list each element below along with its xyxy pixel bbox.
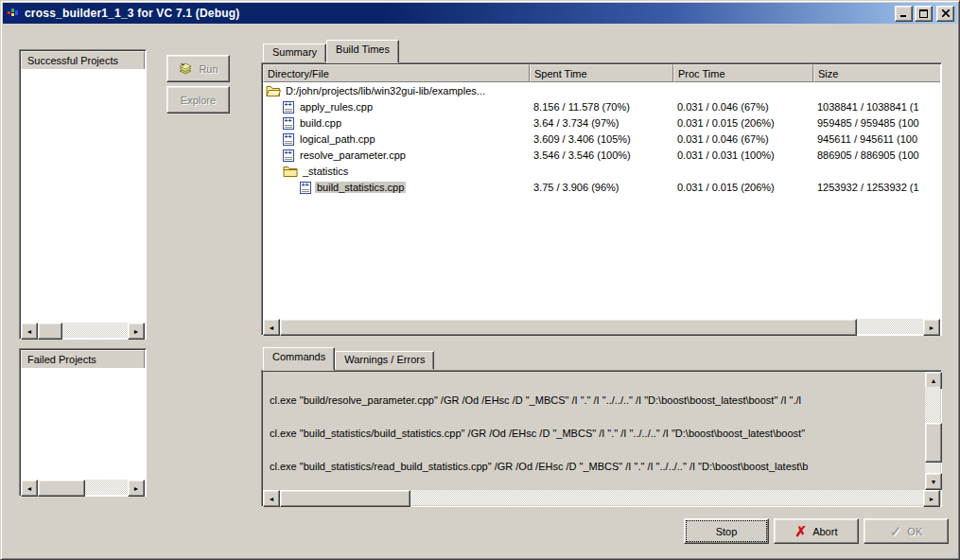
commands-hscrollbar: ◄ ► xyxy=(263,490,940,505)
failed-projects-label: Failed Projects xyxy=(27,354,96,365)
scroll-track[interactable] xyxy=(857,319,923,334)
minimize-button[interactable] xyxy=(895,6,913,22)
column-header-directory[interactable]: Directory/File xyxy=(263,64,530,82)
failed-projects-listbox: Failed Projects ◄ ► xyxy=(19,348,147,497)
ok-button-label: OK xyxy=(907,526,922,537)
row-label: build_statistics.cpp xyxy=(315,182,406,193)
app-icon xyxy=(6,6,21,21)
scroll-down-icon[interactable]: ▼ xyxy=(925,473,942,490)
cpp-file-icon: ++ xyxy=(283,116,295,130)
proc-time-cell: 0.031 / 0.046 (67%) xyxy=(673,101,813,113)
svg-text:++: ++ xyxy=(302,182,309,188)
successful-projects-list[interactable] xyxy=(21,69,145,322)
table-row[interactable]: D:/john/projects/lib/win32gui-lib/exampl… xyxy=(263,82,940,98)
scroll-thumb[interactable] xyxy=(38,480,85,497)
successful-projects-label: Successful Projects xyxy=(27,55,118,66)
spent-time-cell: 3.64 / 3.734 (97%) xyxy=(530,117,673,129)
scroll-track[interactable] xyxy=(62,323,128,338)
failed-projects-list[interactable] xyxy=(21,368,145,479)
explore-button-label: Explore xyxy=(181,95,216,106)
row-label: resolve_parameter.cpp xyxy=(298,149,408,161)
svg-text:++: ++ xyxy=(285,149,292,156)
folder-open-icon xyxy=(266,84,281,96)
table-hscrollbar: ◄ ► xyxy=(263,319,940,334)
tab-build-times[interactable]: Build Times xyxy=(326,40,399,63)
size-cell: 959485 / 959485 (100 xyxy=(813,117,940,129)
scroll-right-icon[interactable]: ► xyxy=(128,480,145,497)
column-header-size[interactable]: Size xyxy=(813,64,940,82)
build-times-panel: Directory/File Spent Time Proc Time Size… xyxy=(261,62,942,336)
ok-button[interactable]: ✓ OK xyxy=(864,518,949,544)
scroll-left-icon[interactable]: ◄ xyxy=(21,480,38,497)
abort-button[interactable]: ✗ Abort xyxy=(774,518,859,544)
scroll-track[interactable] xyxy=(410,490,923,505)
command-line: cl.exe "build_statistics/build_statistic… xyxy=(270,428,919,439)
build-tabs: Summary Build Times xyxy=(263,43,399,62)
table-row[interactable]: _statistics xyxy=(263,163,940,179)
proc-time-cell: 0.031 / 0.031 (100%) xyxy=(673,149,813,161)
cpp-file-icon: ++ xyxy=(283,132,295,146)
command-line: cl.exe "build/resolve_parameter.cpp" /GR… xyxy=(270,394,919,406)
size-cell: 1038841 / 1038841 (1 xyxy=(813,101,940,113)
size-cell: 886905 / 886905 (100 xyxy=(813,149,940,161)
scroll-track[interactable] xyxy=(85,480,128,495)
table-row[interactable]: ++ apply_rules.cpp 8.156 / 11.578 (70%) … xyxy=(263,98,940,114)
folder-closed-icon xyxy=(283,165,298,177)
scroll-left-icon[interactable]: ◄ xyxy=(263,319,280,336)
scroll-thumb[interactable] xyxy=(925,423,942,463)
cpp-file-icon: ++ xyxy=(300,181,312,194)
stop-button[interactable]: Stop xyxy=(684,518,769,544)
failed-projects-hscrollbar: ◄ ► xyxy=(21,480,145,495)
cpp-file-icon: ++ xyxy=(283,149,295,162)
successful-projects-hscrollbar: ◄ ► xyxy=(21,323,145,338)
scroll-left-icon[interactable]: ◄ xyxy=(21,323,38,340)
cpp-file-icon: ++ xyxy=(283,100,295,114)
commands-panel: cl.exe "build/resolve_parameter.cpp" /GR… xyxy=(261,370,942,507)
abort-button-label: Abort xyxy=(812,526,837,537)
failed-projects-header: Failed Projects xyxy=(21,350,145,369)
scroll-thumb[interactable] xyxy=(38,323,62,340)
table-row[interactable]: ++ resolve_parameter.cpp 3.546 / 3.546 (… xyxy=(263,147,940,163)
output-tabs: Commands Warnings / Errors xyxy=(263,350,434,370)
row-label: build.cpp xyxy=(298,117,343,129)
spent-time-cell: 3.546 / 3.546 (100%) xyxy=(530,149,673,161)
tab-warnings-errors[interactable]: Warnings / Errors xyxy=(335,351,434,370)
table-row-selected[interactable]: ++ build_statistics.cpp 3.75 / 3.906 (96… xyxy=(263,179,940,195)
commands-vscrollbar: ▲ ▼ xyxy=(925,372,940,490)
scroll-right-icon[interactable]: ► xyxy=(128,323,145,340)
table-header-row: Directory/File Spent Time Proc Time Size xyxy=(263,64,940,82)
scroll-right-icon[interactable]: ► xyxy=(923,490,940,507)
scroll-thumb[interactable] xyxy=(280,319,857,336)
row-label: _statistics xyxy=(301,166,350,177)
maximize-button[interactable] xyxy=(915,6,933,22)
size-cell: 945611 / 945611 (100 xyxy=(813,133,940,145)
run-button[interactable]: Run xyxy=(166,55,230,82)
column-header-proc-time[interactable]: Proc Time xyxy=(673,64,813,82)
svg-text:++: ++ xyxy=(285,101,292,108)
successful-projects-header: Successful Projects xyxy=(21,51,145,70)
commands-output[interactable]: cl.exe "build/resolve_parameter.cpp" /GR… xyxy=(263,372,940,505)
table-row[interactable]: ++ build.cpp 3.64 / 3.734 (97%) 0.031 / … xyxy=(263,114,940,131)
proc-time-cell: 0.031 / 0.015 (206%) xyxy=(673,117,813,129)
row-label: D:/john/projects/lib/win32gui-lib/exampl… xyxy=(284,85,487,96)
command-line: cl.exe "build_statistics/read_build_stat… xyxy=(270,461,919,472)
explore-button[interactable]: Explore xyxy=(166,86,230,114)
close-button[interactable] xyxy=(936,6,954,22)
title-bar: cross_builder1_1_3 for VC 7.1 (Debug) xyxy=(3,3,957,24)
scroll-right-icon[interactable]: ► xyxy=(923,319,940,336)
size-cell: 1253932 / 1253932 (1 xyxy=(813,182,940,193)
scroll-thumb[interactable] xyxy=(280,490,410,507)
tab-commands[interactable]: Commands xyxy=(263,347,335,371)
table-row[interactable]: ++ logical_path.cpp 3.609 / 3.406 (105%)… xyxy=(263,131,940,147)
column-header-spent-time[interactable]: Spent Time xyxy=(530,64,673,82)
tab-summary[interactable]: Summary xyxy=(263,44,326,62)
row-label: logical_path.cpp xyxy=(298,133,377,145)
ok-check-icon: ✓ xyxy=(890,523,902,540)
successful-projects-listbox: Successful Projects ◄ ► xyxy=(19,49,147,340)
scroll-left-icon[interactable]: ◄ xyxy=(263,490,280,507)
spent-time-cell: 3.609 / 3.406 (105%) xyxy=(530,133,673,145)
proc-time-cell: 0.031 / 0.046 (67%) xyxy=(673,133,813,145)
run-button-label: Run xyxy=(199,63,218,75)
proc-time-cell: 0.031 / 0.015 (206%) xyxy=(673,182,813,193)
spent-time-cell: 3.75 / 3.906 (96%) xyxy=(530,182,673,193)
